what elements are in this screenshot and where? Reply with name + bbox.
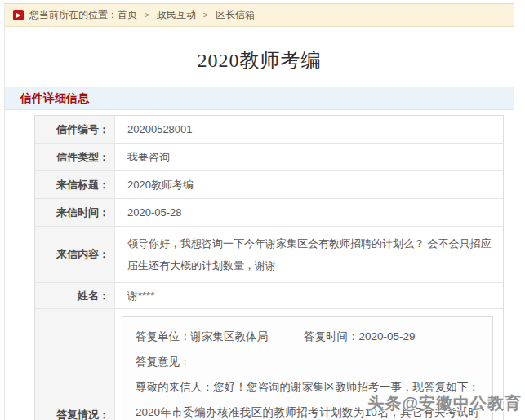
breadcrumb-arrow-icon: ▶	[13, 10, 24, 20]
row-label: 信件类型：	[35, 144, 115, 170]
table-row-letter-id: 信件编号： 20200528001	[35, 116, 503, 144]
row-value: 2020-05-28	[115, 199, 503, 226]
reply-unit-label: 答复单位：	[136, 330, 191, 343]
breadcrumb-prefix: 您当前所在的位置：	[29, 8, 118, 22]
table-row-letter-type: 信件类型： 我要咨询	[35, 144, 503, 171]
breadcrumb-separator: ＞	[142, 8, 152, 22]
row-label: 来信内容：	[35, 227, 115, 282]
row-label: 答复情况：	[35, 309, 115, 420]
breadcrumb-link-home[interactable]: 首页	[118, 8, 137, 22]
page-title: 2020教师考编	[5, 47, 514, 73]
letter-detail-table: 信件编号： 20200528001 信件类型： 我要咨询 来信标题： 2020教…	[34, 115, 504, 420]
page-container: ▶ 您当前所在的位置： 首页 ＞ 政民互动 ＞ 区长信箱 2020教师考编 信件…	[4, 3, 514, 420]
table-row-letter-content: 来信内容： 领导你好，我想咨询一下今年谢家集区会有教师招聘的计划么？ 会不会只招…	[35, 227, 503, 283]
table-row-letter-subject: 来信标题： 2020教师考编	[35, 171, 503, 199]
table-row-sender-name: 姓名： 谢****	[35, 283, 503, 309]
reply-unit-value: 谢家集区教体局	[191, 330, 269, 343]
row-value: 20200528001	[115, 116, 503, 143]
reply-time-value: 2020-05-29	[359, 330, 416, 343]
breadcrumb: ▶ 您当前所在的位置： 首页 ＞ 政民互动 ＞ 区长信箱	[5, 3, 514, 27]
reply-meta-line: 答复单位：谢家集区教体局答复时间：2020-05-29	[136, 324, 479, 349]
row-label: 姓名：	[35, 283, 115, 308]
row-label: 信件编号：	[35, 116, 115, 143]
row-value: 我要咨询	[115, 144, 503, 170]
breadcrumb-link-mailbox[interactable]: 区长信箱	[216, 8, 255, 22]
breadcrumb-separator: ＞	[201, 8, 211, 22]
reply-time-label: 答复时间：	[304, 330, 359, 343]
table-row-letter-date: 来信时间： 2020-05-28	[35, 199, 503, 227]
breadcrumb-link-interaction[interactable]: 政民互动	[157, 8, 196, 22]
reply-opinion-label: 答复意见：	[136, 349, 479, 374]
row-value: 领导你好，我想咨询一下今年谢家集区会有教师招聘的计划么？ 会不会只招应届生还有大…	[115, 227, 503, 282]
row-value: 2020教师考编	[115, 171, 503, 198]
row-label: 来信时间：	[35, 199, 115, 226]
row-label: 来信标题：	[35, 171, 115, 198]
watermark: 头条@安徽中公教育	[367, 392, 522, 414]
section-header: 信件详细信息	[5, 87, 514, 110]
row-value: 谢****	[115, 283, 503, 308]
